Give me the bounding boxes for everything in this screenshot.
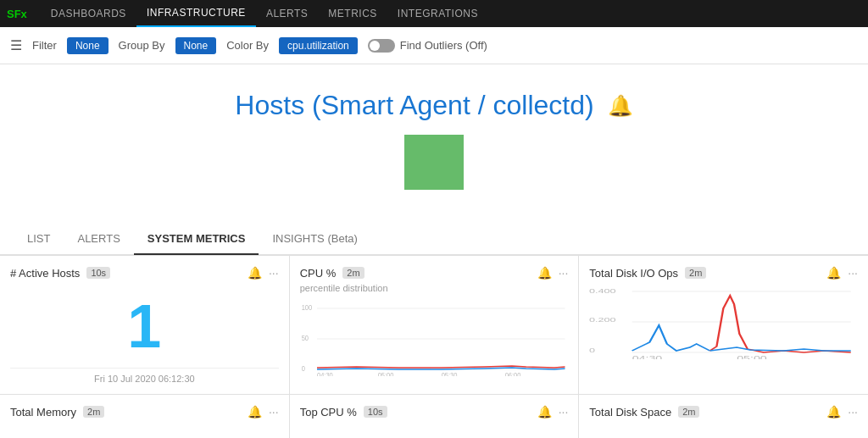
svg-text:06:00: 06:00 bbox=[504, 371, 520, 376]
total-memory-title: Total Memory bbox=[10, 406, 76, 419]
active-hosts-number: 1 bbox=[10, 283, 279, 361]
top-cpu-header: Top CPU % 10s 🔔 ··· bbox=[300, 405, 569, 419]
main-content: Hosts (Smart Agent / collectd) 🔔 LIST AL… bbox=[0, 64, 868, 438]
active-hosts-actions: 🔔 ··· bbox=[248, 266, 279, 280]
toggle-knob bbox=[370, 41, 380, 51]
cpu-subtitle: percentile distribution bbox=[300, 283, 569, 293]
bottom-cards-row: Total Memory 2m 🔔 ··· Top CPU % 10s 🔔 ··… bbox=[0, 394, 868, 438]
outliers-toggle[interactable] bbox=[368, 39, 395, 53]
svg-text:100: 100 bbox=[301, 303, 312, 312]
active-hosts-header: # Active Hosts 10s 🔔 ··· bbox=[10, 266, 279, 280]
filter-label: Filter bbox=[32, 39, 57, 52]
svg-text:04:30: 04:30 bbox=[632, 354, 663, 359]
total-memory-actions: 🔔 ··· bbox=[248, 405, 279, 419]
active-hosts-card: # Active Hosts 10s 🔔 ··· 1 Fri 10 Jul 20… bbox=[0, 256, 289, 394]
filter-none-button[interactable]: None bbox=[67, 37, 108, 54]
active-hosts-bell-icon[interactable]: 🔔 bbox=[248, 266, 262, 280]
tab-system-metrics[interactable]: SYSTEM METRICS bbox=[134, 224, 259, 255]
total-memory-bell-icon[interactable]: 🔔 bbox=[248, 405, 262, 419]
svg-text:0.200: 0.200 bbox=[589, 315, 616, 323]
disk-io-ellipsis-icon[interactable]: ··· bbox=[848, 266, 858, 280]
disk-io-chart: 0.400 0.200 0 reads / s - RED bbox=[589, 283, 858, 359]
nav-infrastructure[interactable]: INFRASTRUCTURE bbox=[136, 0, 256, 27]
cpu-chart: 100 50 0 04:30 05:00 05:30 06:00 bbox=[300, 300, 569, 376]
svg-text:05:30: 05:30 bbox=[441, 371, 457, 376]
svg-text:04:30: 04:30 bbox=[317, 371, 333, 376]
outliers-label: Find Outliers (Off) bbox=[400, 39, 487, 52]
top-cpu-actions: 🔔 ··· bbox=[537, 405, 569, 419]
nav-metrics[interactable]: METRICS bbox=[318, 0, 387, 27]
total-memory-ellipsis-icon[interactable]: ··· bbox=[269, 405, 279, 419]
svg-text:0: 0 bbox=[301, 364, 305, 373]
svg-text:0: 0 bbox=[589, 346, 595, 353]
total-memory-card: Total Memory 2m 🔔 ··· bbox=[0, 395, 289, 438]
top-nav: SFx DASHBOARDS INFRASTRUCTURE ALERTS MET… bbox=[0, 0, 868, 27]
group-by-button[interactable]: None bbox=[175, 37, 217, 54]
cpu-bell-icon[interactable]: 🔔 bbox=[537, 266, 552, 280]
nav-integrations[interactable]: INTEGRATIONS bbox=[387, 0, 488, 27]
svg-text:0.400: 0.400 bbox=[589, 286, 616, 294]
disk-io-card: Total Disk I/O Ops 2m 🔔 ··· 0.400 0.200 … bbox=[579, 256, 868, 394]
cpu-header: CPU % 2m 🔔 ··· bbox=[300, 266, 569, 280]
disk-io-badge: 2m bbox=[685, 267, 706, 279]
cpu-ellipsis-icon[interactable]: ··· bbox=[559, 266, 569, 280]
color-by-button[interactable]: cpu.utilization bbox=[279, 37, 358, 54]
hero-title: Hosts (Smart Agent / collectd) bbox=[235, 90, 593, 121]
active-hosts-footer: Fri 10 Jul 2020 06:12:30 bbox=[10, 368, 279, 384]
cpu-badge: 2m bbox=[342, 267, 364, 279]
outliers-toggle-wrap: Find Outliers (Off) bbox=[368, 39, 487, 53]
hero-title-wrap: Hosts (Smart Agent / collectd) 🔔 bbox=[235, 90, 632, 121]
svg-text:05:00: 05:00 bbox=[737, 354, 767, 359]
nav-dashboards[interactable]: DASHBOARDS bbox=[41, 0, 136, 27]
green-host-block[interactable] bbox=[404, 135, 464, 190]
total-disk-space-bell-icon[interactable]: 🔔 bbox=[826, 405, 841, 419]
nav-alerts[interactable]: ALERTS bbox=[256, 0, 318, 27]
total-disk-space-header: Total Disk Space 2m 🔔 ··· bbox=[589, 405, 858, 419]
active-hosts-badge: 10s bbox=[86, 267, 110, 279]
hamburger-icon[interactable]: ☰ bbox=[10, 37, 22, 53]
top-cpu-ellipsis-icon[interactable]: ··· bbox=[559, 405, 569, 419]
hero-section: Hosts (Smart Agent / collectd) 🔔 bbox=[0, 64, 868, 207]
top-cpu-card: Top CPU % 10s 🔔 ··· bbox=[290, 395, 579, 438]
total-disk-space-badge: 2m bbox=[678, 406, 699, 418]
nav-items: DASHBOARDS INFRASTRUCTURE ALERTS METRICS… bbox=[41, 0, 488, 27]
top-cpu-badge: 10s bbox=[364, 406, 387, 418]
disk-io-bell-icon[interactable]: 🔔 bbox=[826, 266, 841, 280]
sfx-logo: SFx bbox=[7, 8, 27, 20]
filter-bar: ☰ Filter None Group By None Color By cpu… bbox=[0, 27, 868, 64]
total-disk-space-card: Total Disk Space 2m 🔔 ··· bbox=[579, 395, 868, 438]
active-hosts-title: # Active Hosts bbox=[10, 267, 80, 280]
disk-io-title: Total Disk I/O Ops bbox=[589, 267, 678, 280]
total-disk-space-ellipsis-icon[interactable]: ··· bbox=[848, 405, 858, 419]
cpu-actions: 🔔 ··· bbox=[537, 266, 569, 280]
top-cpu-title: Top CPU % bbox=[300, 406, 357, 419]
group-by-label: Group By bbox=[119, 39, 165, 52]
color-by-label: Color By bbox=[226, 39, 269, 52]
top-cpu-bell-icon[interactable]: 🔔 bbox=[537, 405, 552, 419]
tab-alerts[interactable]: ALERTS bbox=[64, 224, 133, 255]
active-hosts-ellipsis-icon[interactable]: ··· bbox=[269, 266, 279, 280]
total-disk-space-actions: 🔔 ··· bbox=[826, 405, 858, 419]
cpu-card: CPU % 2m 🔔 ··· percentile distribution 1… bbox=[290, 256, 579, 394]
hero-bell-icon[interactable]: 🔔 bbox=[608, 94, 633, 118]
svg-text:50: 50 bbox=[301, 334, 309, 342]
total-memory-badge: 2m bbox=[83, 406, 104, 418]
total-disk-space-title: Total Disk Space bbox=[589, 406, 671, 419]
svg-text:05:00: 05:00 bbox=[377, 371, 393, 376]
tab-list[interactable]: LIST bbox=[14, 224, 64, 255]
disk-io-header: Total Disk I/O Ops 2m 🔔 ··· bbox=[589, 266, 858, 280]
cpu-title: CPU % bbox=[300, 267, 337, 280]
cards-grid: # Active Hosts 10s 🔔 ··· 1 Fri 10 Jul 20… bbox=[0, 255, 868, 394]
tabs-bar: LIST ALERTS SYSTEM METRICS INSIGHTS (Bet… bbox=[0, 224, 868, 255]
total-memory-header: Total Memory 2m 🔔 ··· bbox=[10, 405, 279, 419]
tab-insights[interactable]: INSIGHTS (Beta) bbox=[259, 224, 370, 255]
disk-io-actions: 🔔 ··· bbox=[826, 266, 858, 280]
